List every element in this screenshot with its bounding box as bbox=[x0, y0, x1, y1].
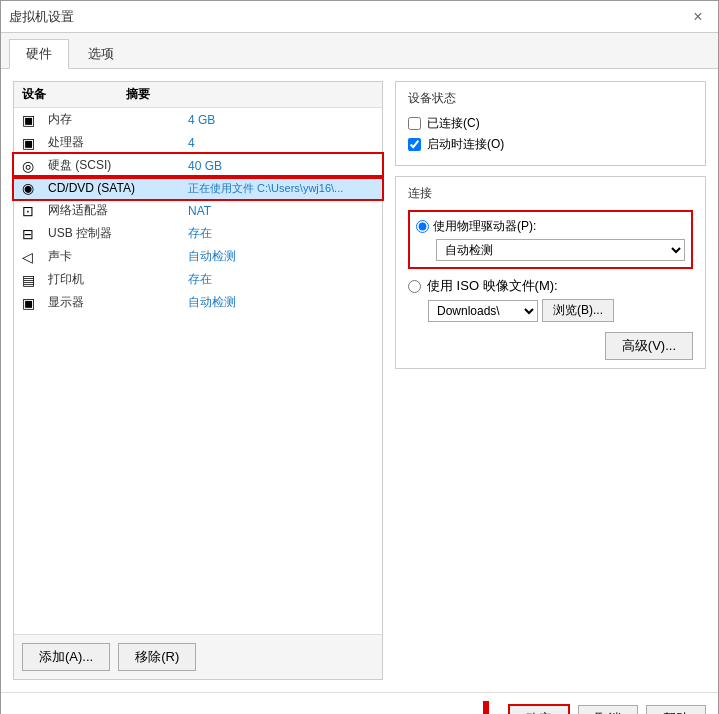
arrow-indicator bbox=[476, 701, 496, 714]
device-name: 声卡 bbox=[48, 248, 188, 265]
add-button[interactable]: 添加(A)... bbox=[22, 643, 110, 671]
cpu-icon: ▣ bbox=[22, 135, 42, 151]
main-content: 设备 摘要 ▣ 内存 4 GB ▣ 处理器 4 ◎ bbox=[1, 69, 718, 692]
device-summary: 自动检测 bbox=[188, 294, 236, 311]
device-name: CD/DVD (SATA) bbox=[48, 181, 188, 195]
iso-path-dropdown[interactable]: Downloads\ bbox=[428, 300, 538, 322]
list-item[interactable]: ⊟ USB 控制器 存在 bbox=[14, 222, 382, 245]
header-summary: 摘要 bbox=[126, 86, 150, 103]
device-name: 打印机 bbox=[48, 271, 188, 288]
display-icon: ▣ bbox=[22, 295, 42, 311]
arrow-shaft bbox=[483, 701, 489, 714]
connected-row: 已连接(C) bbox=[408, 115, 693, 132]
device-name: 网络适配器 bbox=[48, 202, 188, 219]
list-item[interactable]: ▤ 打印机 存在 bbox=[14, 268, 382, 291]
close-button[interactable]: × bbox=[686, 5, 710, 29]
printer-icon: ▤ bbox=[22, 272, 42, 288]
remove-button[interactable]: 移除(R) bbox=[118, 643, 196, 671]
tab-options[interactable]: 选项 bbox=[71, 39, 131, 68]
list-item[interactable]: ▣ 处理器 4 bbox=[14, 131, 382, 154]
titlebar: 虚拟机设置 × bbox=[1, 1, 718, 33]
help-button[interactable]: 帮助 bbox=[646, 705, 706, 714]
connected-checkbox[interactable] bbox=[408, 117, 421, 130]
startup-connect-row: 启动时连接(O) bbox=[408, 136, 693, 153]
device-name: USB 控制器 bbox=[48, 225, 188, 242]
memory-icon: ▣ bbox=[22, 112, 42, 128]
iso-path-row: Downloads\ 浏览(B)... bbox=[428, 299, 693, 322]
device-summary: 40 GB bbox=[188, 159, 222, 173]
physical-drive-label: 使用物理驱动器(P): bbox=[433, 218, 536, 235]
iso-radio-row: 使用 ISO 映像文件(M): bbox=[408, 277, 693, 295]
browse-button[interactable]: 浏览(B)... bbox=[542, 299, 614, 322]
iso-label: 使用 ISO 映像文件(M): bbox=[427, 277, 558, 295]
iso-radio[interactable] bbox=[408, 280, 421, 293]
device-list-panel: 设备 摘要 ▣ 内存 4 GB ▣ 处理器 4 ◎ bbox=[13, 81, 383, 680]
device-summary: NAT bbox=[188, 204, 211, 218]
footer-right: 确定 取消 帮助 bbox=[476, 701, 706, 714]
network-icon: ⊡ bbox=[22, 203, 42, 219]
tab-bar: 硬件 选项 bbox=[1, 33, 718, 69]
cdvd-icon: ◉ bbox=[22, 180, 42, 196]
virtual-machine-settings-window: 虚拟机设置 × 硬件 选项 设备 摘要 ▣ 内存 4 GB bbox=[0, 0, 719, 714]
window-title: 虚拟机设置 bbox=[9, 8, 74, 26]
physical-drive-dropdown[interactable]: 自动检测 bbox=[436, 239, 685, 261]
footer-bar: 确定 取消 帮助 bbox=[1, 692, 718, 714]
cancel-button[interactable]: 取消 bbox=[578, 705, 638, 714]
device-summary: 正在使用文件 C:\Users\ywj16\... bbox=[188, 181, 343, 196]
connection-section: 连接 使用物理驱动器(P): 自动检测 使用 bbox=[395, 176, 706, 369]
physical-drive-dropdown-row: 自动检测 bbox=[436, 239, 685, 261]
list-item[interactable]: ▣ 显示器 自动检测 bbox=[14, 291, 382, 314]
device-summary: 存在 bbox=[188, 225, 212, 242]
list-item[interactable]: ◎ 硬盘 (SCSI) 40 GB bbox=[14, 154, 382, 177]
usb-icon: ⊟ bbox=[22, 226, 42, 242]
device-summary: 存在 bbox=[188, 271, 212, 288]
tab-hardware[interactable]: 硬件 bbox=[9, 39, 69, 69]
device-list-header: 设备 摘要 bbox=[14, 82, 382, 108]
sound-icon: ◁ bbox=[22, 249, 42, 265]
advanced-button[interactable]: 高级(V)... bbox=[605, 332, 693, 360]
device-name: 内存 bbox=[48, 111, 188, 128]
list-item-cdvd[interactable]: ◉ CD/DVD (SATA) 正在使用文件 C:\Users\ywj16\..… bbox=[14, 177, 382, 199]
device-name: 处理器 bbox=[48, 134, 188, 151]
physical-drive-box: 使用物理驱动器(P): 自动检测 bbox=[408, 210, 693, 269]
hdd-icon: ◎ bbox=[22, 158, 42, 174]
physical-drive-radio[interactable] bbox=[416, 220, 429, 233]
device-summary: 4 bbox=[188, 136, 195, 150]
startup-label: 启动时连接(O) bbox=[427, 136, 504, 153]
confirm-button[interactable]: 确定 bbox=[508, 704, 570, 714]
connection-title: 连接 bbox=[408, 185, 693, 202]
list-item[interactable]: ▣ 内存 4 GB bbox=[14, 108, 382, 131]
header-device: 设备 bbox=[22, 86, 46, 103]
device-list: ▣ 内存 4 GB ▣ 处理器 4 ◎ 硬盘 (SCSI) 40 GB bbox=[14, 108, 382, 314]
device-name: 硬盘 (SCSI) bbox=[48, 157, 188, 174]
list-item[interactable]: ◁ 声卡 自动检测 bbox=[14, 245, 382, 268]
device-summary: 4 GB bbox=[188, 113, 215, 127]
connected-label: 已连接(C) bbox=[427, 115, 480, 132]
right-panel: 设备状态 已连接(C) 启动时连接(O) 连接 使用物理驱动器(P): bbox=[395, 81, 706, 680]
startup-checkbox[interactable] bbox=[408, 138, 421, 151]
device-summary: 自动检测 bbox=[188, 248, 236, 265]
list-item[interactable]: ⊡ 网络适配器 NAT bbox=[14, 199, 382, 222]
device-status-title: 设备状态 bbox=[408, 90, 693, 107]
device-name: 显示器 bbox=[48, 294, 188, 311]
physical-drive-radio-row: 使用物理驱动器(P): bbox=[416, 218, 685, 235]
device-status-section: 设备状态 已连接(C) 启动时连接(O) bbox=[395, 81, 706, 166]
